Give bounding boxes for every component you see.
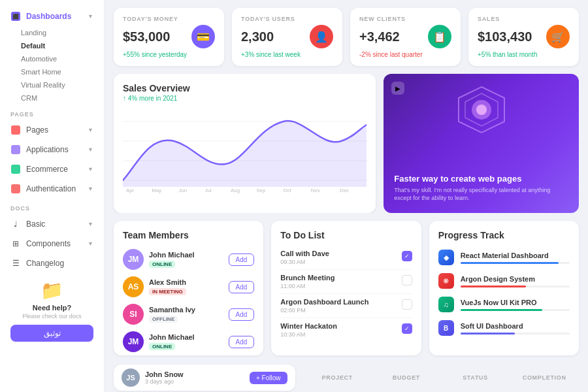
bottom-row: Team Members JM John Michael ONLINE Add … [105,213,588,363]
progress-name-3: Soft UI Dashboard [461,322,570,330]
progress-bar-1 [461,286,526,287]
chevron-pages-icon: ▼ [88,127,93,133]
add-button-3[interactable]: Add [229,336,255,348]
progress-bar-wrap-3 [461,333,570,335]
chevron-apps-icon: ▼ [88,146,93,153]
progress-icon-0: ◆ [438,250,454,265]
basic-icon: ♩ [10,219,21,229]
sidebar-sub-vr[interactable]: Virtual Reality [0,78,104,91]
progress-bar-0 [461,262,559,264]
todo-name-1: Brunch Meeting [280,274,396,282]
stat-sales-icon: 🛒 [546,25,570,48]
member-info-3: John Michael ONLINE [149,333,223,350]
progress-info-2: VueJs Now UI Kit PRO [461,299,570,311]
team-member-0: JM John Michael ONLINE Add [123,246,254,273]
help-button[interactable]: توثيق [10,325,93,342]
svg-text:Nov: Nov [311,188,320,193]
add-button-1[interactable]: Add [229,281,255,293]
sidebar-components-label: Components [26,239,71,248]
footer-profile-info: John Snow 3 days ago [145,370,184,385]
svg-text:Aug: Aug [231,188,240,193]
todo-name-3: Winter Hackaton [280,322,396,330]
stat-card-money: TODAY'S MONEY $53,000 💳 +55% since yeste… [114,8,224,66]
promo-desc: That's my skill. I'm not really specific… [394,186,568,203]
progress-icon-3: B [438,320,454,336]
todo-time-2: 02:00 PM [280,307,396,314]
sidebar-sub-automotive[interactable]: Automotive [0,52,104,65]
footer-time: 3 days ago [145,378,184,385]
sidebar: ⬛ Dashboards ▼ Landing Default Automotiv… [0,0,105,392]
status-badge-3: ONLINE [149,343,175,350]
dashboard-icon: ⬛ [10,11,21,22]
todo-check-1[interactable] [402,275,412,286]
footer-follow-button[interactable]: + Follow [250,372,287,384]
avatar-0: JM [123,249,144,270]
progress-name-2: VueJs Now UI Kit PRO [461,299,570,306]
chevron-auth-icon: ▼ [88,186,93,192]
svg-text:Oct: Oct [284,188,292,193]
progress-item-3: B Soft UI Dashboard [438,316,570,340]
member-info-0: John Michael ONLINE [149,251,223,268]
ecommerce-icon [10,164,21,174]
progress-icon-2: ♫ [438,297,454,312]
progress-icon-1: ❋ [438,273,454,289]
todo-name-0: Call with Dave [280,250,396,257]
todo-info-2: Argon Dashboard Launch 02:00 PM [280,298,396,314]
stat-clients-icon: 📋 [428,25,451,48]
progress-item-2: ♫ VueJs Now UI Kit PRO [438,293,570,316]
sidebar-item-dashboards[interactable]: ⬛ Dashboards ▼ [0,7,104,26]
sidebar-item-pages[interactable]: Pages ▼ [0,120,104,140]
status-badge-0: ONLINE [149,261,175,268]
sales-overview-card: Sales Overview ↑ 4% more in 2021 Apr May [114,74,376,213]
todo-card: To Do List Call with Dave 09:30 AM ✓ Bru… [271,221,421,355]
help-title: Need help? [10,304,93,312]
todo-item-1: Brunch Meeting 11:00 AM [280,270,412,294]
svg-text:Jun: Jun [178,188,187,193]
member-name-0: John Michael [149,251,223,259]
status-badge-2: OFFLINE [149,316,178,323]
sidebar-pages-label: Pages [26,125,48,135]
todo-check-0[interactable]: ✓ [402,251,412,261]
member-name-3: John Michael [149,333,223,341]
help-icon: 📁 [10,280,93,301]
stat-money-label: TODAY'S MONEY [123,16,215,22]
progress-bar-2 [461,309,542,311]
stat-clients-value: +3,462 [359,29,400,44]
todo-item-0: Call with Dave 09:30 AM ✓ [280,246,412,270]
chart-area: Apr May Jun Jul Aug Sep Oct Nov Dec [123,108,367,204]
section-pages-label: PAGES [0,105,104,120]
sidebar-item-applications[interactable]: Applications ▼ [0,140,104,159]
auth-icon [10,184,21,194]
sidebar-sub-landing[interactable]: Landing [0,26,104,39]
team-card: Team Members JM John Michael ONLINE Add … [114,221,263,355]
todo-time-1: 11:00 AM [280,283,396,289]
sidebar-apps-label: Applications [26,145,69,154]
todo-name-2: Argon Dashboard Launch [280,298,396,306]
add-button-0[interactable]: Add [229,253,255,266]
progress-bar-3 [461,333,515,335]
sidebar-item-basic[interactable]: ♩ Basic ▼ [0,214,104,234]
status-badge-1: IN MEETING [149,288,186,295]
middle-row: Sales Overview ↑ 4% more in 2021 Apr May [105,74,588,213]
sidebar-sub-crm[interactable]: CRM [0,91,104,105]
sales-chart: Apr May Jun Jul Aug Sep Oct Nov Dec [123,108,367,193]
footer-cols: PROJECT BUDGET STATUS COMPLETION [303,374,580,381]
sidebar-item-authentication[interactable]: Authentication ▼ [0,179,104,199]
sidebar-sub-smarthome[interactable]: Smart Home [0,65,104,78]
sidebar-item-changelog[interactable]: ☰ Changelog [0,253,104,273]
todo-check-3[interactable]: ✓ [402,323,412,334]
add-button-2[interactable]: Add [229,308,255,321]
sidebar-item-ecommerce[interactable]: Ecommerce ▼ [0,159,104,179]
sidebar-ecomm-label: Ecommerce [26,165,68,174]
progress-info-3: Soft UI Dashboard [461,322,570,335]
todo-title: To Do List [280,230,412,240]
svg-text:Apr: Apr [126,188,135,193]
sidebar-dashboards-label: Dashboards [26,12,71,21]
avatar-2: SI [123,304,144,325]
sidebar-sub-default[interactable]: Default [0,39,104,52]
todo-info-1: Brunch Meeting 11:00 AM [280,274,396,289]
todo-check-2[interactable] [402,299,412,310]
todo-time-0: 09:30 AM [280,259,396,265]
sidebar-item-components[interactable]: ⊞ Components ▼ [0,234,104,253]
footer-avatar: JS [122,368,140,387]
